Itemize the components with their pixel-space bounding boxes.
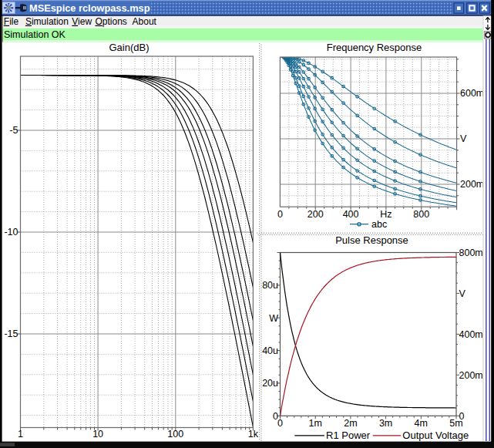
svg-text:200m: 200m bbox=[460, 179, 484, 190]
svg-text:-5: -5 bbox=[9, 125, 18, 136]
svg-text:File: File bbox=[4, 16, 19, 27]
svg-text:40u: 40u bbox=[262, 345, 278, 356]
svg-text:View: View bbox=[72, 16, 92, 27]
svg-text:400: 400 bbox=[343, 209, 359, 220]
svg-text:1: 1 bbox=[18, 429, 23, 440]
svg-text:10: 10 bbox=[92, 429, 103, 440]
svg-text:100: 100 bbox=[167, 429, 183, 440]
svg-text:1m: 1m bbox=[309, 418, 322, 429]
svg-text:Options: Options bbox=[96, 16, 127, 27]
svg-text:Output Voltage: Output Voltage bbox=[402, 429, 469, 441]
svg-text:0: 0 bbox=[277, 209, 283, 220]
svg-text:1k: 1k bbox=[248, 429, 259, 440]
svg-text:200: 200 bbox=[307, 209, 324, 220]
svg-text:V: V bbox=[459, 288, 466, 299]
svg-text:800m: 800m bbox=[459, 248, 483, 258]
svg-text:0: 0 bbox=[277, 418, 283, 429]
svg-text:200m: 200m bbox=[459, 370, 483, 381]
svg-text:4m: 4m bbox=[415, 418, 428, 429]
svg-text:Simulation: Simulation bbox=[25, 16, 69, 27]
svg-text:Frequency Response: Frequency Response bbox=[327, 42, 422, 53]
svg-text:-10: -10 bbox=[4, 227, 18, 237]
svg-text:600m: 600m bbox=[460, 88, 484, 99]
svg-text:V: V bbox=[460, 133, 467, 144]
svg-text:400m: 400m bbox=[459, 329, 483, 340]
svg-text:20u: 20u bbox=[262, 378, 278, 389]
svg-text:-15: -15 bbox=[4, 328, 18, 339]
svg-text:Pulse Response: Pulse Response bbox=[335, 234, 408, 246]
svg-text:Hz: Hz bbox=[380, 209, 392, 220]
svg-text:800: 800 bbox=[413, 209, 429, 220]
svg-text:80u: 80u bbox=[262, 280, 278, 291]
svg-text:2m: 2m bbox=[344, 418, 357, 429]
svg-text:Simulation OK: Simulation OK bbox=[4, 29, 66, 40]
svg-text:3m: 3m bbox=[379, 418, 392, 429]
svg-text:About: About bbox=[133, 16, 157, 27]
svg-text:abc: abc bbox=[371, 219, 387, 230]
svg-text:5m: 5m bbox=[449, 418, 462, 429]
svg-text:Gain(dB): Gain(dB) bbox=[109, 42, 149, 53]
svg-text:R1 Power: R1 Power bbox=[326, 429, 371, 441]
svg-text:MSEspice rclowpass.msp: MSEspice rclowpass.msp bbox=[29, 2, 150, 14]
svg-text:W: W bbox=[269, 313, 278, 324]
